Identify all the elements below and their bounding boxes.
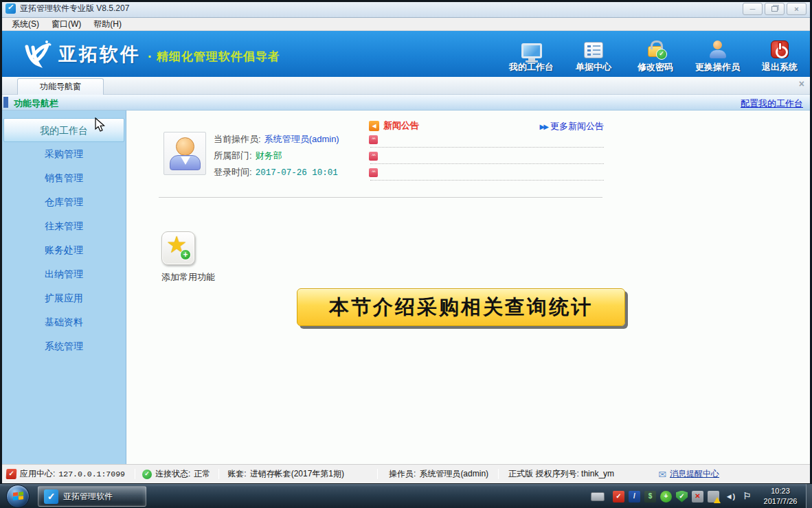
brand-logo-icon bbox=[21, 39, 53, 69]
brand: 亚拓软件 · 精细化管理软件倡导者 bbox=[21, 39, 280, 69]
account-label: 账套: bbox=[227, 468, 246, 480]
taskbar-app-label: 亚拓管理软件 bbox=[63, 491, 113, 503]
action-center-flag-icon[interactable]: ⚐ bbox=[741, 491, 753, 503]
status-operator-label: 操作员: bbox=[389, 468, 416, 480]
operator-info: 当前操作员:系统管理员(admin) 所属部门:财务部 登录时间:2017-07… bbox=[214, 131, 339, 181]
brand-slogan: 精细化管理软件倡导者 bbox=[157, 49, 280, 65]
more-news-link[interactable]: ▶▶更多新闻公告 bbox=[540, 120, 604, 132]
status-bar: ✓ 应用中心: 127.0.0.1:7099 ✓ 连接状态: 正常 账套: 进销… bbox=[2, 464, 810, 483]
taskbar-clock[interactable]: 10:23 2017/7/26 bbox=[758, 486, 803, 507]
tab-close-icon[interactable]: × bbox=[799, 79, 804, 89]
connection-value: 正常 bbox=[194, 468, 210, 480]
account-value: 进销存帐套(2017年第1期) bbox=[250, 468, 344, 480]
sidebar-item-accounting[interactable]: 账务处理 bbox=[3, 238, 124, 262]
status-separator bbox=[498, 469, 499, 479]
status-separator bbox=[218, 469, 219, 479]
news-header: ◀ 新闻公告 ▶▶更多新闻公告 bbox=[369, 119, 604, 132]
sidebar-item-system[interactable]: 系统管理 bbox=[3, 334, 124, 358]
close-button[interactable]: × bbox=[787, 3, 807, 15]
content-area: 我的工作台 采购管理 销售管理 仓库管理 往来管理 账务处理 出纳管理 扩展应用… bbox=[2, 111, 810, 464]
app-header: 亚拓软件 · 精细化管理软件倡导者 我的工作台 单据中心 修改密码 更换操作员 bbox=[2, 31, 810, 77]
message-center-link[interactable]: ✉ 消息提醒中心 bbox=[658, 468, 719, 480]
action-exit-system[interactable]: 退出系统 bbox=[758, 38, 802, 73]
sidebar-item-sales[interactable]: 销售管理 bbox=[3, 166, 124, 190]
action-change-password[interactable]: 修改密码 bbox=[633, 38, 677, 73]
status-connection: ✓ 连接状态: 正常 bbox=[142, 468, 210, 480]
app-center-value: 127.0.0.1:7099 bbox=[58, 470, 125, 478]
news-item[interactable]: ^^ bbox=[369, 149, 604, 165]
menu-window[interactable]: 窗口(W) bbox=[46, 18, 87, 31]
speaker-volume-icon[interactable]: ◄) bbox=[723, 491, 737, 503]
login-time-row: 登录时间:2017-07-26 10:01 bbox=[214, 164, 339, 181]
keyboard-icon[interactable] bbox=[591, 492, 605, 501]
news-placeholder-line bbox=[370, 147, 604, 148]
connection-ok-icon: ✓ bbox=[142, 470, 152, 479]
usb-eject-icon[interactable]: ✕ bbox=[692, 491, 703, 503]
shield-icon[interactable]: ✓ bbox=[676, 491, 688, 503]
status-separator bbox=[377, 469, 378, 479]
configure-workbench-link[interactable]: 配置我的工作台 bbox=[741, 97, 803, 110]
app-logo-icon bbox=[5, 3, 16, 14]
action-label: 修改密码 bbox=[638, 61, 673, 73]
sidebar-item-warehouse[interactable]: 仓库管理 bbox=[3, 190, 124, 214]
monitor-icon bbox=[521, 43, 542, 58]
document-list-icon bbox=[584, 42, 603, 58]
more-news-label: 更多新闻公告 bbox=[550, 121, 604, 131]
taskbar-app-button[interactable]: ✓ 亚拓管理软件 bbox=[38, 486, 146, 507]
add-shortcut-label: 添加常用功能 bbox=[161, 271, 227, 284]
add-shortcut-button[interactable]: ★ + bbox=[161, 231, 195, 265]
minimize-button[interactable]: ─ bbox=[743, 3, 763, 15]
brand-dot: · bbox=[148, 49, 153, 65]
tool-icon[interactable]: / bbox=[629, 491, 640, 503]
news-bullet-icon: ^^ bbox=[369, 152, 378, 161]
sidebar-item-extended-apps[interactable]: 扩展应用 bbox=[3, 286, 124, 310]
department-row: 所属部门:财务部 bbox=[214, 148, 339, 164]
double-arrow-icon: ▶▶ bbox=[540, 123, 548, 130]
action-switch-operator[interactable]: 更换操作员 bbox=[695, 38, 740, 73]
brand-name: 亚拓软件 bbox=[58, 42, 141, 67]
action-document-center[interactable]: 单据中心 bbox=[572, 38, 616, 73]
status-license: 正式版 授权序列号: think_ym bbox=[508, 468, 614, 480]
status-account-set: 账套: 进销存帐套(2017年第1期) bbox=[227, 468, 344, 480]
app-center-label: 应用中心: bbox=[20, 468, 55, 480]
nav-title: 功能导航栏 bbox=[14, 97, 58, 110]
envelope-icon: ✉ bbox=[658, 469, 666, 480]
tab-function-navigation[interactable]: 功能导航窗 bbox=[17, 78, 104, 95]
action-my-workbench[interactable]: 我的工作台 bbox=[509, 38, 554, 73]
license-text: 正式版 授权序列号: think_ym bbox=[508, 468, 614, 480]
add-shortcut: ★ + 添加常用功能 bbox=[161, 231, 227, 284]
money-icon[interactable]: $ bbox=[644, 491, 656, 503]
login-time-label: 登录时间: bbox=[214, 167, 252, 177]
network-warning-icon[interactable] bbox=[708, 491, 719, 503]
intro-banner-text: 本节介绍采购相关查询统计 bbox=[329, 294, 593, 321]
sidebar-item-base-data[interactable]: 基础资料 bbox=[3, 310, 124, 334]
plus-icon: + bbox=[180, 249, 191, 260]
status-app-center: ✓ 应用中心: 127.0.0.1:7099 bbox=[6, 468, 125, 480]
sidebar-item-contacts[interactable]: 往来管理 bbox=[3, 214, 124, 238]
nav-header-row: 功能导航栏 配置我的工作台 bbox=[2, 95, 810, 111]
section-divider bbox=[159, 197, 602, 198]
login-time-value: 2017-07-26 10:01 bbox=[256, 168, 338, 178]
yatuo-app-icon[interactable]: ✓ bbox=[613, 491, 624, 503]
screen: 亚拓管理软件专业版 V8.5.207 ─ × 系统(S) 窗口(W) 帮助(H)… bbox=[0, 0, 812, 508]
menu-bar: 系统(S) 窗口(W) 帮助(H) bbox=[2, 18, 810, 31]
operator-label: 当前操作员: bbox=[214, 134, 261, 144]
status-operator: 操作员: 系统管理员(admin) bbox=[389, 468, 488, 480]
safe360-icon[interactable]: + bbox=[660, 491, 672, 503]
message-center-label: 消息提醒中心 bbox=[670, 468, 719, 480]
app-center-icon: ✓ bbox=[6, 469, 17, 479]
news-item[interactable]: ^^ bbox=[369, 165, 604, 181]
connection-label: 连接状态: bbox=[155, 468, 190, 480]
sidebar-item-purchase[interactable]: 采购管理 bbox=[3, 142, 124, 166]
news-item[interactable]: ^^ bbox=[369, 132, 604, 148]
start-button[interactable] bbox=[6, 485, 30, 508]
menu-help[interactable]: 帮助(H) bbox=[88, 18, 127, 31]
restore-button[interactable] bbox=[765, 3, 785, 15]
show-desktop-button[interactable] bbox=[806, 484, 812, 508]
tab-strip: 功能导航窗 × bbox=[2, 77, 810, 95]
sidebar-item-my-workbench[interactable]: 我的工作台 bbox=[3, 118, 124, 142]
speaker-icon: ◀ bbox=[369, 121, 379, 131]
system-tray: ✓ / $ + ✓ ✕ ◄) ⚐ bbox=[591, 484, 753, 508]
sidebar-item-cashier[interactable]: 出纳管理 bbox=[3, 262, 124, 286]
menu-system[interactable]: 系统(S) bbox=[6, 18, 45, 31]
